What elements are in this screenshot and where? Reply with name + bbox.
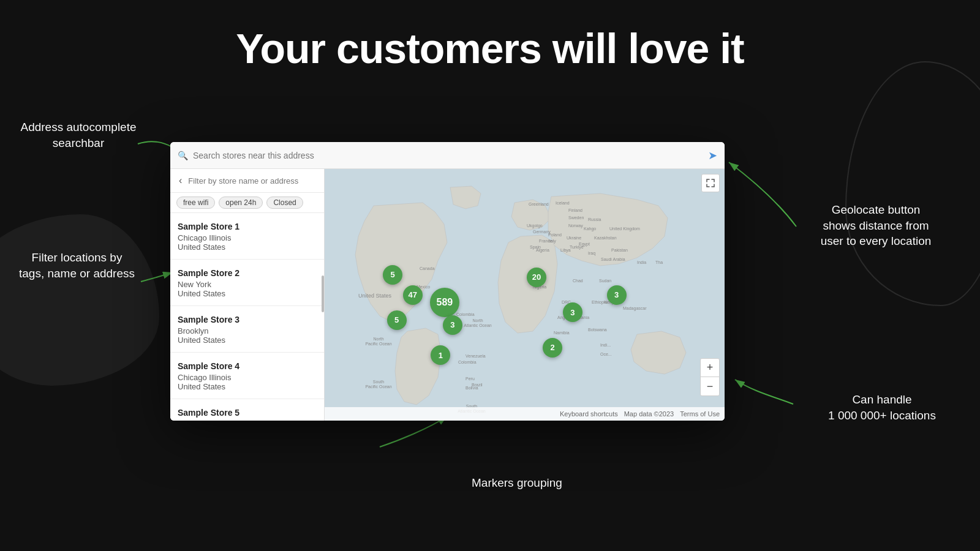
marker-5-north-pacific[interactable]: 5 [383, 265, 402, 285]
marker-2-africa-south[interactable]: 2 [543, 338, 562, 358]
back-button[interactable]: ‹ [176, 174, 184, 187]
map-data-label: Map data ©2023 [624, 410, 674, 418]
zoom-in-button[interactable]: + [701, 359, 719, 377]
svg-text:Russia: Russia [588, 217, 601, 222]
search-icon: 🔍 [178, 151, 188, 160]
terms-link[interactable]: Terms of Use [680, 410, 720, 418]
svg-text:Saudi Arabia: Saudi Arabia [601, 257, 625, 261]
svg-text:Colombia: Colombia [456, 312, 475, 317]
tags-row: free wifi open 24h Closed [170, 193, 324, 213]
svg-text:Madagascar: Madagascar [623, 306, 647, 311]
svg-text:Canada: Canada [420, 266, 435, 271]
zoom-out-button[interactable]: − [701, 377, 719, 395]
annotation-address-autocomplete: Address autocomplete searchbar [17, 119, 140, 151]
store-item-2[interactable]: Sample Store 2 New York United States [170, 260, 324, 306]
svg-text:Sudan: Sudan [599, 279, 611, 283]
filter-input[interactable] [188, 176, 318, 186]
map-area[interactable]: United States South Atlantic Ocean South… [325, 169, 725, 421]
svg-text:South: South [373, 380, 384, 384]
annotation-capacity: Can handle 1 000 000+ locations [815, 392, 949, 423]
store-name-1: Sample Store 1 [178, 222, 317, 231]
svg-text:North: North [472, 318, 483, 323]
annotation-geolocate: Geolocate button shows distance from use… [809, 202, 943, 249]
search-input[interactable] [193, 151, 708, 160]
store-item-3[interactable]: Sample Store 3 Brooklyn United States [170, 306, 324, 353]
marker-1-south-america[interactable]: 1 [431, 345, 450, 365]
store-city-4: Chicago Illinois [178, 373, 317, 382]
svg-text:Ukgolgo: Ukgolgo [527, 223, 543, 228]
fullscreen-button[interactable] [701, 174, 720, 192]
marker-3-middle-east[interactable]: 3 [607, 285, 627, 305]
tag-closed[interactable]: Closed [266, 197, 303, 209]
svg-text:Botswana: Botswana [588, 328, 607, 332]
left-panel: ‹ free wifi open 24h Closed Sample Store… [170, 169, 325, 421]
store-name-2: Sample Store 2 [178, 268, 317, 278]
svg-text:Norway: Norway [568, 223, 583, 228]
svg-text:North: North [373, 337, 383, 341]
marker-20-europe[interactable]: 20 [527, 268, 546, 287]
svg-text:Iraq: Iraq [588, 251, 595, 256]
svg-text:United Kingdom: United Kingdom [609, 227, 640, 231]
svg-text:Spain: Spain [530, 245, 541, 250]
store-country-3: United States [178, 335, 317, 345]
svg-text:Pacific Ocean: Pacific Ocean [365, 342, 391, 346]
zoom-controls: + − [700, 358, 720, 396]
svg-text:Italy: Italy [548, 239, 556, 244]
keyboard-shortcuts-link[interactable]: Keyboard shortcuts [560, 410, 618, 418]
store-city-2: New York [178, 280, 317, 289]
decorative-blob-right [845, 61, 980, 306]
svg-text:United States: United States [358, 293, 392, 299]
svg-text:Greenland: Greenland [529, 202, 549, 206]
store-list[interactable]: Sample Store 1 Chicago Illinois United S… [170, 213, 324, 421]
svg-text:Pacific Ocean: Pacific Ocean [365, 384, 391, 389]
svg-text:Namibia: Namibia [554, 331, 570, 335]
svg-text:Atlantic Ocean: Atlantic Ocean [464, 323, 492, 328]
store-city-3: Brooklyn [178, 326, 317, 335]
marker-5-south[interactable]: 5 [387, 310, 407, 330]
svg-text:Peru: Peru [466, 377, 475, 381]
store-city-1: Chicago Illinois [178, 233, 317, 242]
store-country-4: United States [178, 382, 317, 391]
svg-text:Iceland: Iceland [556, 201, 570, 205]
store-name-4: Sample Store 4 [178, 361, 317, 371]
scrollbar-indicator [322, 276, 324, 312]
store-name-5: Sample Store 5 [178, 408, 317, 418]
headline: Your customers will love it [0, 24, 980, 72]
search-bar[interactable]: 🔍 ➤ [170, 142, 725, 169]
store-country-2: United States [178, 289, 317, 298]
svg-text:India: India [637, 260, 646, 264]
store-item-4[interactable]: Sample Store 4 Chicago Illinois United S… [170, 353, 324, 399]
main-area: ‹ free wifi open 24h Closed Sample Store… [170, 169, 725, 421]
store-item-1[interactable]: Sample Store 1 Chicago Illinois United S… [170, 213, 324, 260]
marker-3-africa[interactable]: 3 [563, 302, 582, 322]
svg-text:Chad: Chad [573, 279, 583, 283]
svg-text:Indi...: Indi... [600, 343, 611, 347]
svg-text:Kazakhstan: Kazakhstan [594, 236, 617, 240]
svg-text:Bolivia: Bolivia [466, 386, 478, 390]
svg-text:Colombia: Colombia [458, 360, 477, 364]
svg-text:Poland: Poland [548, 233, 562, 237]
store-country-1: United States [178, 242, 317, 252]
tag-open-24h[interactable]: open 24h [219, 197, 263, 209]
decorative-blob-left [0, 214, 159, 386]
svg-text:Tha: Tha [655, 260, 663, 264]
svg-text:Sweden: Sweden [568, 216, 584, 220]
filter-row: ‹ [170, 169, 324, 193]
svg-text:Ukraine: Ukraine [567, 236, 581, 240]
geolocate-button[interactable]: ➤ [708, 149, 717, 162]
annotation-filter-locations: Filter locations by tags, name or addres… [11, 250, 143, 281]
world-map: United States South Atlantic Ocean South… [325, 169, 725, 421]
svg-text:Kahgo: Kahgo [584, 227, 596, 231]
svg-text:Turkiye: Turkiye [570, 245, 584, 250]
svg-text:Pakistan: Pakistan [611, 248, 628, 252]
tag-free-wifi[interactable]: free wifi [176, 197, 215, 209]
svg-text:Oce...: Oce... [600, 352, 612, 356]
svg-text:Finland: Finland [568, 208, 582, 212]
svg-text:Venezuela: Venezuela [466, 354, 486, 358]
store-item-5[interactable]: Sample Store 5 [170, 399, 324, 421]
marker-47-canada[interactable]: 47 [403, 285, 423, 305]
marker-589-us[interactable]: 589 [430, 288, 459, 317]
store-name-3: Sample Store 3 [178, 315, 317, 324]
marker-3-central-america[interactable]: 3 [443, 315, 462, 335]
app-window: 🔍 ➤ ‹ free wifi open 24h Closed Sample S [170, 142, 725, 421]
